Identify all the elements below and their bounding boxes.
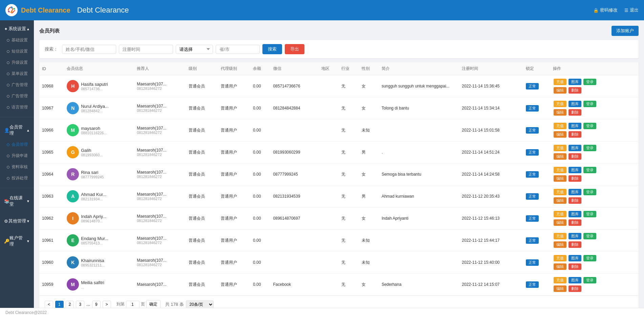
account-icon: 🔑: [4, 239, 9, 244]
recommender-name: Maesaroh(107...: [137, 170, 183, 175]
edit-button[interactable]: 编辑: [554, 87, 566, 94]
cell-member-info: H Hasifa saputri 085714736...: [64, 75, 134, 97]
login-button[interactable]: 登录: [583, 167, 596, 173]
sidebar-group-online-class[interactable]: 📚 在线课堂 ▼: [0, 192, 34, 210]
sidebar-item-sms-settings[interactable]: 短信设置: [0, 46, 34, 57]
page-2-button[interactable]: 2: [66, 301, 74, 308]
page-3-button[interactable]: 3: [76, 301, 84, 308]
level-select[interactable]: 请选择: [176, 45, 213, 54]
page-1-button[interactable]: 1: [55, 301, 64, 308]
edit-button[interactable]: 编辑: [554, 263, 566, 270]
sidebar-item-ad-manage[interactable]: 广告管理: [0, 91, 34, 102]
picture-button[interactable]: 图库: [568, 189, 581, 195]
recharge-button[interactable]: 充值: [554, 211, 566, 217]
delete-button[interactable]: 删除: [568, 197, 581, 204]
sidebar-item-basic-settings[interactable]: 基础设置: [0, 35, 34, 46]
recommender-phone: 081281846272: [137, 131, 183, 135]
sidebar-item-member-manage[interactable]: 会员管理: [0, 139, 34, 150]
delete-button[interactable]: 删除: [568, 175, 581, 182]
recommender-name: Maesaroh(107...: [137, 104, 183, 108]
login-button[interactable]: 登录: [583, 255, 596, 261]
delete-button[interactable]: 删除: [568, 285, 581, 292]
page-9-button[interactable]: 9: [92, 301, 101, 308]
recharge-button[interactable]: 充值: [554, 255, 566, 261]
export-button[interactable]: 导出: [285, 44, 304, 54]
sidebar-item-upgrade-settings[interactable]: 升级设置: [0, 57, 34, 68]
edit-button[interactable]: 编辑: [554, 241, 566, 248]
search-bar: 搜索： 请选择 搜索 导出: [39, 40, 639, 58]
recharge-button[interactable]: 充值: [554, 277, 566, 283]
date-input[interactable]: [119, 45, 173, 54]
login-button[interactable]: 登录: [583, 277, 596, 283]
picture-button[interactable]: 图库: [568, 101, 581, 107]
login-button[interactable]: 登录: [583, 123, 596, 129]
next-page-button[interactable]: >: [103, 301, 111, 308]
login-button[interactable]: 登录: [583, 145, 596, 151]
page-size-select[interactable]: 20条/页 50条/页 100条/页: [186, 300, 214, 308]
sidebar-group-member-management[interactable]: 👤 会员管理 ▲: [0, 121, 34, 139]
goto-input[interactable]: [126, 301, 139, 308]
cell-industry: 无: [339, 252, 359, 274]
prev-page-button[interactable]: <: [45, 301, 53, 308]
sidebar-group-other-management[interactable]: ⚙ 其他管理 ▼: [0, 215, 34, 227]
recharge-button[interactable]: 充值: [554, 189, 566, 195]
login-button[interactable]: 登录: [583, 101, 596, 107]
edit-button[interactable]: 编辑: [554, 175, 566, 182]
logout-label[interactable]: 退出: [630, 7, 639, 13]
avatar: M: [67, 278, 79, 291]
picture-button[interactable]: 图库: [568, 277, 581, 283]
sidebar-group-account-management[interactable]: 🔑 账户管理 ▼: [0, 232, 34, 250]
sidebar-item-complaint-handle[interactable]: 投诉处理: [0, 173, 34, 184]
password-change-label[interactable]: 密码修改: [600, 7, 618, 13]
delete-button[interactable]: 删除: [568, 109, 581, 116]
member-phone: 081284842...: [81, 109, 109, 113]
login-button[interactable]: 登录: [583, 211, 596, 217]
delete-button[interactable]: 删除: [568, 87, 581, 94]
picture-button[interactable]: 图库: [568, 145, 581, 151]
add-account-button[interactable]: 添加账户: [611, 26, 639, 36]
search-button[interactable]: 搜索: [262, 44, 282, 54]
login-button[interactable]: 登录: [583, 233, 596, 239]
sidebar-item-menu-settings[interactable]: 菜单设置: [0, 68, 34, 79]
login-button[interactable]: 登录: [583, 79, 596, 85]
sidebar-group-system-settings[interactable]: ✦ 系统设置 ▲: [0, 23, 34, 35]
delete-button[interactable]: 删除: [568, 263, 581, 270]
edit-button[interactable]: 编辑: [554, 219, 566, 226]
recharge-button[interactable]: 充值: [554, 167, 566, 173]
picture-button[interactable]: 图库: [568, 255, 581, 261]
picture-button[interactable]: 图库: [568, 79, 581, 85]
edit-button[interactable]: 编辑: [554, 285, 566, 292]
edit-button[interactable]: 编辑: [554, 153, 566, 160]
login-button[interactable]: 登录: [583, 189, 596, 195]
sidebar-item-info-audit[interactable]: 资料审核: [0, 161, 34, 173]
picture-button[interactable]: 图库: [568, 211, 581, 217]
logout-action[interactable]: ☰ 退出: [624, 7, 639, 13]
cell-member-info: A Ahmad Kur... 082131934...: [64, 185, 134, 207]
delete-button[interactable]: 删除: [568, 241, 581, 248]
city-input[interactable]: [216, 45, 260, 54]
recharge-button[interactable]: 充值: [554, 79, 566, 85]
picture-button[interactable]: 图库: [568, 167, 581, 173]
delete-button[interactable]: 删除: [568, 131, 581, 138]
delete-button[interactable]: 删除: [568, 153, 581, 160]
delete-button[interactable]: 删除: [568, 219, 581, 226]
sidebar-item-language-manage[interactable]: 语言管理: [0, 102, 34, 113]
recharge-button[interactable]: 充值: [554, 101, 566, 107]
sidebar-item-ad-management[interactable]: 广告管理: [0, 79, 34, 91]
goto-confirm-button[interactable]: 确定: [146, 300, 160, 308]
picture-button[interactable]: 图库: [568, 123, 581, 129]
recommender-info: Maesaroh(107... 081281846272: [137, 236, 183, 245]
recharge-button[interactable]: 充值: [554, 145, 566, 151]
recommender-name: Maesaroh(107...: [137, 282, 183, 287]
recharge-button[interactable]: 充值: [554, 233, 566, 239]
member-name: Hasifa saputri: [81, 82, 108, 87]
edit-button[interactable]: 编辑: [554, 109, 566, 116]
table-header: ID 会员信息 推荐人 级别 代理级别 余额 微信 地区 行业 性别 简介 注册…: [39, 62, 639, 75]
password-change-action[interactable]: 🔒 密码修改: [593, 7, 618, 13]
edit-button[interactable]: 编辑: [554, 197, 566, 204]
picture-button[interactable]: 图库: [568, 233, 581, 239]
recharge-button[interactable]: 充值: [554, 123, 566, 129]
sidebar-item-upgrade-apply[interactable]: 升级申请: [0, 150, 34, 161]
edit-button[interactable]: 编辑: [554, 131, 566, 138]
search-input[interactable]: [62, 45, 116, 54]
